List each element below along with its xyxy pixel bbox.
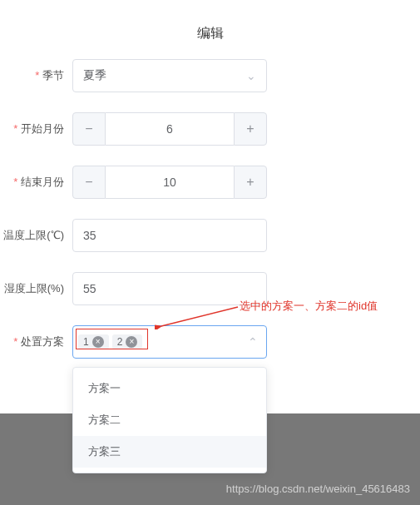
temp-limit-input[interactable]: 35 [72, 219, 267, 252]
start-month-increment[interactable]: + [234, 112, 267, 146]
plan-multiselect[interactable]: 1 × 2 × ⌃ [72, 325, 267, 359]
plan-dropdown[interactable]: 方案一 方案二 方案三 [72, 367, 267, 473]
plan-label: 处置方案 [2, 334, 72, 349]
close-icon[interactable]: × [92, 336, 104, 348]
start-month-label: 开始月份 [2, 121, 72, 136]
chevron-up-icon: ⌃ [248, 335, 258, 349]
dropdown-option-3[interactable]: 方案三 [73, 436, 266, 468]
plan-tag-1-text: 1 [83, 336, 89, 348]
season-label: 季节 [2, 68, 72, 83]
end-month-label: 结束月份 [2, 175, 72, 190]
plan-tag-2[interactable]: 2 × [112, 334, 143, 349]
humid-limit-value: 55 [83, 282, 96, 295]
end-month-value[interactable]: 10 [106, 166, 234, 199]
start-month-stepper[interactable]: − 6 + [72, 112, 267, 146]
close-icon[interactable]: × [126, 336, 137, 348]
end-month-increment[interactable]: + [234, 166, 267, 199]
chevron-down-icon: ⌄ [246, 69, 256, 82]
dropdown-option-1[interactable]: 方案一 [73, 373, 266, 404]
start-month-value[interactable]: 6 [106, 112, 234, 146]
season-select[interactable]: 夏季 ⌄ [72, 59, 267, 92]
humid-limit-label: 湿度上限(%) [2, 281, 72, 296]
dropdown-option-2[interactable]: 方案二 [73, 404, 266, 436]
watermark: https://blog.csdn.net/weixin_45616483 [226, 483, 410, 495]
end-month-stepper[interactable]: − 10 + [72, 166, 267, 199]
season-value: 夏季 [83, 68, 106, 83]
end-month-decrement[interactable]: − [72, 166, 106, 199]
start-month-decrement[interactable]: − [72, 112, 106, 146]
form-title: 编辑 [0, 0, 420, 59]
temp-limit-label: 温度上限(℃) [2, 228, 72, 243]
humid-limit-input[interactable]: 55 [72, 272, 267, 305]
plan-tag-1[interactable]: 1 × [78, 334, 109, 349]
annotation-text: 选中的方案一、方案二的id值 [240, 299, 378, 314]
plan-tag-2-text: 2 [117, 336, 123, 348]
temp-limit-value: 35 [83, 229, 96, 242]
